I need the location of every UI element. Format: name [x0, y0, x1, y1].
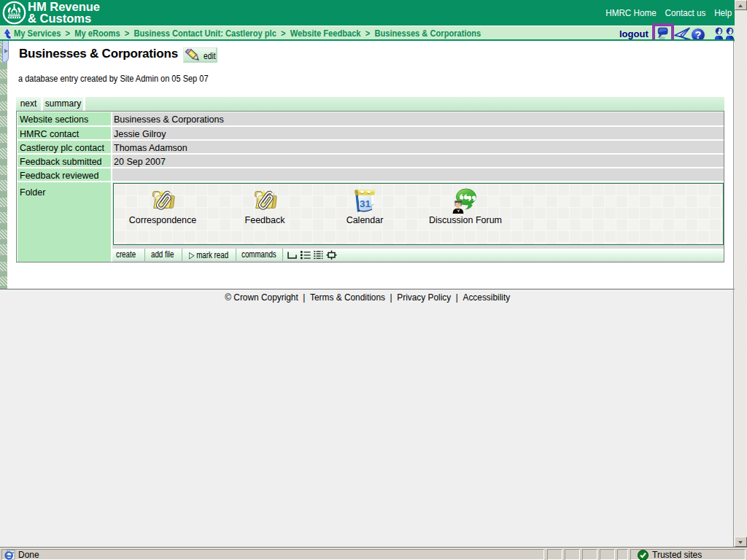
- svg-text:31: 31: [360, 198, 371, 209]
